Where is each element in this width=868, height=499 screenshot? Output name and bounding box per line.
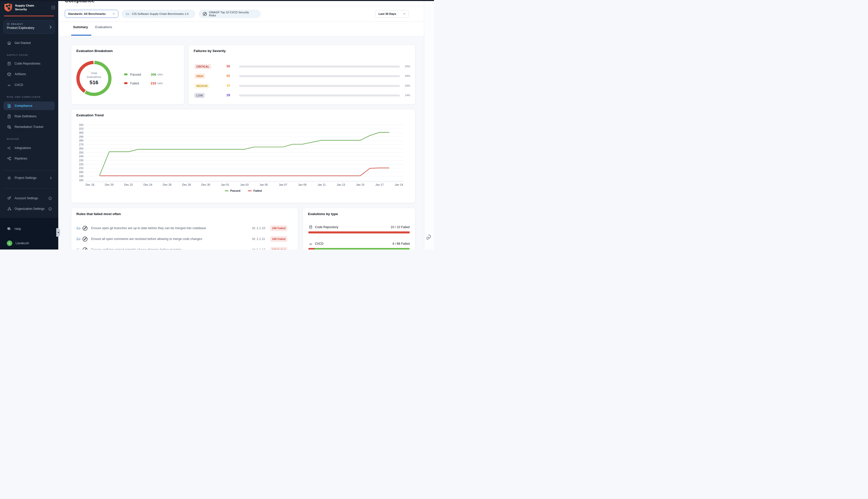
card-evaluation-breakdown: Evaluation Breakdown Total evaluations 5… (71, 45, 184, 105)
svg-text:180: 180 (79, 179, 83, 182)
severity-row-medium: MEDIUM 39 19% (195, 83, 409, 88)
svg-text:Jan 09: Jan 09 (298, 183, 307, 186)
sidebar-item-label: CI/CD (15, 83, 23, 87)
sidebar-item-help[interactable]: ? Help (3, 224, 55, 233)
filter-chip-owasp[interactable]: OWASP Top 10 CI/CD Security Risks (199, 10, 260, 18)
info-icon[interactable] (49, 207, 52, 210)
brand-name: Supply Chain Security (15, 3, 34, 11)
date-range-value: Last 30 Days (379, 12, 396, 15)
sidebar-item-compliance[interactable]: Compliance (3, 101, 55, 110)
sidebar-collapse-handle[interactable]: ◀ (56, 228, 60, 237)
rule-row[interactable]: CIS Ensure open git branches are up to d… (76, 225, 293, 231)
type-label: Code Repository (315, 226, 338, 229)
sidebar-item-artifacts[interactable]: Artifacts (3, 70, 55, 78)
severity-count: 92 (226, 74, 230, 78)
info-icon[interactable] (49, 197, 52, 200)
cis-icon: CIS (76, 226, 81, 231)
sidebar-footer: ? Help L Lavakush (0, 218, 58, 250)
rule-standard-icons: CIS (76, 226, 88, 231)
sidebar-item-cicd[interactable]: ∞ CI/CD (3, 81, 55, 89)
help-chat-icon: ? (7, 227, 11, 231)
severity-percent: 24% (405, 65, 410, 68)
filter-chip-label: CIS Software Supply Chain Benchmarks 1.0 (132, 12, 189, 15)
severity-bar (239, 75, 400, 77)
app-window: Supply Chain Security PROJECT Product Ex… (0, 0, 434, 250)
legend-passed: Passed 306 rules (124, 72, 181, 77)
right-rail (424, 1, 434, 250)
sidebar-item-label: Pipelines (15, 157, 27, 160)
sidebar-item-user[interactable]: L Lavakush (3, 239, 55, 247)
sidebar-item-integrations[interactable]: Integrations (3, 144, 55, 152)
svg-text:280: 280 (79, 139, 83, 142)
chat-feedback-icon[interactable] (426, 234, 433, 240)
sidebar-item-remediation-tracker[interactable]: Remediation Tracker (3, 123, 55, 131)
svg-text:Jan 15: Jan 15 (356, 183, 364, 186)
rule-row[interactable]: CIS Ensure all open comments are resolve… (76, 236, 293, 242)
sidebar-section-manage: MANAGE (7, 137, 19, 140)
type-label: CI/CD (315, 242, 323, 245)
severity-badge: HIGH (195, 74, 205, 78)
severity-bar (239, 85, 400, 87)
rule-row[interactable]: CIS Ensure verifying signed commits of n… (76, 246, 293, 250)
failed-swatch (124, 82, 127, 84)
sidebar-item-get-started[interactable]: Get Started (3, 39, 55, 47)
sidebar-item-pipelines[interactable]: Pipelines (3, 154, 55, 163)
sidebar-item-label: Rule Definitions (15, 114, 37, 118)
owasp-icon (82, 226, 88, 231)
type-row-code-repository: Code Repository 10 / 10 Failed (308, 224, 410, 230)
sidebar-item-organization-settings[interactable]: Organization Settings (3, 205, 55, 213)
type-row-cicd: ∞ CI/CD 4 / 66 Failed (308, 241, 410, 246)
apps-grid-icon[interactable] (51, 5, 55, 10)
severity-percent: 14% (405, 94, 410, 97)
severity-count: 39 (226, 84, 230, 87)
tab-summary[interactable]: Summary (73, 25, 88, 29)
sidebar-section-risk: RISK AND COMPLIANCE (7, 96, 41, 98)
standards-filter-dropdown[interactable]: Standards: All Benchmarks (65, 10, 118, 18)
cis-icon: CIS (76, 247, 81, 250)
svg-text:Jan 07: Jan 07 (279, 183, 287, 186)
shield-logo-icon (4, 3, 12, 12)
severity-count: 50 (226, 64, 230, 68)
repository-icon (7, 61, 11, 66)
svg-text:?: ? (8, 228, 9, 229)
sidebar-item-account-settings[interactable]: Account Settings (3, 194, 55, 203)
owasp-icon (82, 247, 88, 250)
sidebar-divider (3, 170, 55, 170)
top-accent-bar (0, 0, 434, 1)
document-search-icon (7, 104, 11, 108)
tab-evaluations[interactable]: Evaluations (95, 25, 112, 29)
rule-text: Ensure verifying signed commits of new c… (91, 248, 181, 250)
svg-text:240: 240 (79, 155, 83, 158)
svg-text:Jan 11: Jan 11 (318, 183, 325, 186)
rule-text: Ensure all open comments are resolved be… (91, 237, 202, 241)
sidebar-item-label: Compliance (15, 104, 33, 108)
rule-failed-badge: 240 Failed (270, 236, 287, 242)
severity-badge: CRITICAL (195, 64, 211, 69)
svg-text:Jan 01: Jan 01 (221, 183, 229, 186)
date-range-dropdown[interactable]: Last 30 Days (375, 10, 409, 17)
rule-text: Ensure open git branches are up to date … (91, 227, 206, 230)
passed-count: 306 (151, 73, 156, 76)
owasp-icon (82, 236, 88, 242)
header-divider (58, 6, 424, 6)
card-title: Rules that failed most often (76, 212, 121, 216)
sidebar-item-label: Integrations (15, 146, 31, 150)
repository-icon (308, 225, 313, 229)
severity-bar (239, 95, 400, 97)
card-evaluation-trend: Evaluation Trend 32031030029028027026025… (71, 109, 416, 203)
filter-chip-cis[interactable]: CIS CIS Software Supply Chain Benchmarks… (122, 10, 195, 18)
sidebar-item-rule-definitions[interactable]: Rule Definitions (3, 112, 55, 121)
chevron-down-icon (112, 12, 115, 15)
sidebar-item-code-repositories[interactable]: Code Repositories (3, 59, 55, 68)
project-selector[interactable]: PROJECT Product Exploratory (3, 20, 55, 34)
card-failures-by-severity: Failures by Severity CRITICAL 50 24% HIG… (188, 45, 416, 105)
org-gear-icon (7, 207, 11, 211)
type-progress-bar (308, 231, 410, 233)
sidebar-item-project-settings[interactable]: Project Settings (3, 174, 55, 182)
severity-percent: 44% (405, 74, 410, 77)
svg-text:310: 310 (79, 127, 83, 130)
sidebar: Supply Chain Security PROJECT Product Ex… (0, 0, 58, 250)
rule-standard-icons: CIS (76, 247, 88, 250)
rule-failed-badge: 240 Failed (270, 247, 287, 250)
page-header (58, 1, 424, 36)
